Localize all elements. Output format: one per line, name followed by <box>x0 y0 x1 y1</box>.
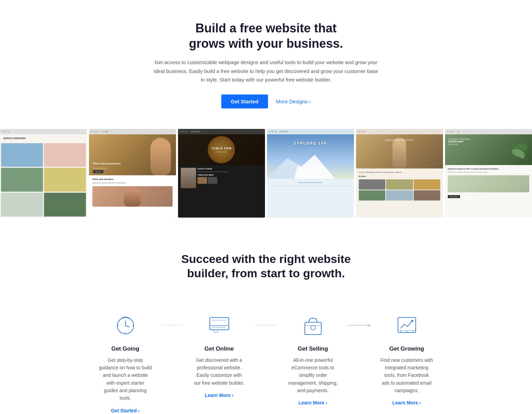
svg-rect-11 <box>212 327 215 328</box>
template-hero: TABLE FOR A brilliant menu <box>178 134 265 165</box>
browser-dot <box>450 131 452 132</box>
success-section: Succeed with the right website builder, … <box>0 231 532 414</box>
steps-container: Get Going Get step-by-step guidance on h… <box>78 311 454 414</box>
template-hero: Capturing Moments <box>356 134 443 168</box>
template-card-modus-operandi[interactable]: MODUS OPERANDI <box>0 129 87 218</box>
hero-description: Get access to customizable webpage desig… <box>153 58 379 84</box>
template-lower-image <box>448 175 529 192</box>
browser-dot <box>447 131 449 132</box>
template-lower: Embody elegance with a custom-designed i… <box>445 165 532 201</box>
browser-dot <box>358 131 360 132</box>
template-card-luna[interactable]: 🔒 LUNA Rise and accessorize Form and fun… <box>89 129 176 218</box>
template-quality-label: Quality paper <box>448 140 471 143</box>
template-images <box>197 177 262 184</box>
svg-rect-14 <box>223 327 225 328</box>
step-title: Get Growing <box>380 345 433 352</box>
template-hero: EXPLORE 14K <box>267 134 354 179</box>
templates-strip: MODUS OPERANDI 🔒 LUNA <box>0 122 532 231</box>
more-designs-button[interactable]: More Designs › <box>276 99 311 104</box>
template-photo <box>386 179 413 190</box>
step-title: Get Selling <box>286 345 339 352</box>
browser-dot <box>180 131 182 132</box>
step-title: Get Online <box>193 345 246 352</box>
step-description: Find new customers with integrated marke… <box>380 356 433 395</box>
grid-cell <box>44 168 86 192</box>
template-lower-title: Form and function <box>92 178 173 180</box>
step-get-online: Get Online Get discovered with a profess… <box>186 311 252 399</box>
browser-dot <box>361 131 363 132</box>
chart-icon <box>393 311 420 339</box>
browser-dot <box>94 131 95 132</box>
template-text-block: Custom designs, Quality paper Past deliv… <box>448 138 471 145</box>
template-body: TABLE FOR A brilliant menu DANTE OVENS A… <box>178 134 265 218</box>
mountain-svg <box>267 151 335 179</box>
template-nav: MODUS OPERANDI <box>0 134 87 142</box>
template-photo <box>414 179 440 190</box>
success-title: Succeed with the right website builder, … <box>153 252 379 281</box>
template-small-title: A BRILLIANT MENU <box>197 174 262 176</box>
template-card-capturing-moments[interactable]: Capturing Moments I'm Kim. Photographer … <box>356 129 443 218</box>
step-learn-more-link-online[interactable]: Learn More › <box>205 393 233 398</box>
connector-line <box>256 325 276 325</box>
template-headline: Rise and accessorize <box>93 162 121 165</box>
step-title: Get Going <box>99 345 152 352</box>
browser-dot <box>269 131 271 132</box>
template-title: EXPLORE 14K <box>294 141 327 145</box>
template-tagline: Become one with the mountain <box>270 181 351 183</box>
template-subtext: Form and function <box>93 167 107 169</box>
template-card-urbandine[interactable]: URBANDINE TABLE FOR A brilliant menu DAN… <box>178 129 265 218</box>
template-hero: Rise and accessorize Form and function S… <box>89 134 176 175</box>
template-content: DANTE OVENS Award winning chef based in … <box>197 168 262 188</box>
browser-dot <box>183 131 184 132</box>
template-bio: I'm Kim. Photographer based in San Franc… <box>359 171 440 174</box>
step-connector <box>159 325 186 325</box>
browser-dot <box>186 131 187 132</box>
template-explore-btn: Explore More <box>448 195 460 198</box>
template-bio: Award winning chef based in the heart of… <box>197 171 262 173</box>
template-model-2 <box>124 187 141 207</box>
step-learn-more-link-growing[interactable]: Learn More › <box>392 400 421 405</box>
grid-cell <box>1 193 43 217</box>
template-body: Capturing Moments I'm Kim. Photographer … <box>356 134 443 218</box>
browser-dot <box>91 131 93 132</box>
svg-rect-18 <box>305 322 321 335</box>
browser-dot <box>5 131 6 132</box>
template-portrait <box>181 168 196 188</box>
browser-dot <box>97 131 98 132</box>
step-learn-more-link-selling[interactable]: Learn More › <box>298 400 327 405</box>
svg-marker-1 <box>267 158 298 179</box>
grid-cell <box>1 168 43 192</box>
svg-line-4 <box>125 326 130 327</box>
step-get-started-link[interactable]: Get Started › <box>111 408 139 413</box>
grid-cell <box>44 193 86 217</box>
template-subtitle: A brilliant menu <box>216 151 227 153</box>
svg-rect-16 <box>214 330 218 332</box>
browser-dot <box>453 131 454 132</box>
hero-title: Build a free website that grows with you… <box>153 20 379 51</box>
template-work-title: My Work <box>359 175 440 177</box>
template-img <box>197 177 207 184</box>
browser-dot <box>272 131 274 132</box>
browser-dot <box>8 131 9 132</box>
computer-icon <box>206 311 233 339</box>
grid-cell <box>44 143 86 167</box>
template-person <box>393 138 406 168</box>
template-photo <box>386 190 413 201</box>
template-body: EXPLORE 14K Become one with the mountain <box>267 134 354 218</box>
template-grid <box>0 142 87 218</box>
connector-line <box>162 325 182 325</box>
step-connector-arrow <box>346 325 373 326</box>
template-img <box>208 177 217 184</box>
template-card-highpeak[interactable]: HIGHPEAK EXPLORE 14K Become one with the… <box>267 129 354 218</box>
get-started-button[interactable]: Get Started <box>221 94 268 108</box>
template-photo <box>414 190 440 201</box>
browser-dot <box>275 131 276 132</box>
template-card-custom-designs[interactable]: 🔒 Custom designs, Quality paper Past del… <box>445 129 532 218</box>
template-btn: Shop Now <box>93 170 103 173</box>
template-custom-label: Custom designs, <box>448 138 471 140</box>
svg-rect-13 <box>219 327 222 328</box>
template-photo <box>359 190 385 201</box>
template-body: Custom designs, Quality paper Past deliv… <box>445 134 532 218</box>
template-lower-title: Embody elegance with a custom-designed i… <box>448 168 529 170</box>
svg-rect-12 <box>216 327 219 328</box>
